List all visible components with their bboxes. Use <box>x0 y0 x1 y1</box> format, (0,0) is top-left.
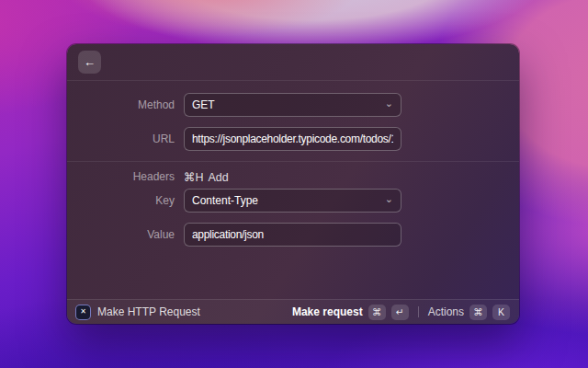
headers-row: Headers ⌘HAdd <box>67 169 519 184</box>
url-label: URL <box>67 132 175 145</box>
add-header-button[interactable]: ⌘HAdd <box>184 170 229 184</box>
method-select[interactable]: GET ⌄ <box>184 93 401 117</box>
chevron-down-icon: ⌄ <box>385 98 393 109</box>
key-selected-value: Content-Type <box>192 194 258 207</box>
headers-label: Headers <box>67 170 175 183</box>
cmd-key-icon: ⌘ <box>368 305 386 320</box>
value-label: Value <box>67 228 175 241</box>
action-bar: ✕ Make HTTP Request Make request ⌘ ↵ Act… <box>67 299 519 324</box>
actions-button[interactable]: Actions ⌘ K <box>428 305 510 320</box>
extension-chip: ✕ Make HTTP Request <box>76 305 200 319</box>
header-value-input[interactable] <box>184 223 401 247</box>
cmd-key-icon: ⌘ <box>469 305 487 320</box>
request-form: Method GET ⌄ URL Headers ⌘HAdd Key Conte… <box>67 81 519 247</box>
return-key-icon: ↵ <box>391 305 409 320</box>
add-header-shortcut: ⌘H <box>184 171 204 184</box>
back-button[interactable]: ← <box>78 51 101 74</box>
header-key-row: Key Content-Type ⌄ <box>67 189 519 213</box>
extension-icon-glyph: ✕ <box>80 308 86 316</box>
footer-divider <box>418 306 419 317</box>
url-input[interactable] <box>184 127 401 151</box>
window-header: ← <box>67 44 519 81</box>
http-request-window: ← Method GET ⌄ URL Headers ⌘HAdd Key Con… <box>67 44 519 324</box>
method-selected-value: GET <box>192 98 215 111</box>
add-header-label: Add <box>209 171 229 184</box>
chevron-down-icon: ⌄ <box>385 194 393 204</box>
key-label: Key <box>67 194 175 207</box>
method-row: Method GET ⌄ <box>67 93 519 117</box>
extension-name: Make HTTP Request <box>97 305 200 318</box>
actions-label: Actions <box>428 305 464 318</box>
section-divider <box>67 161 519 162</box>
k-key-icon: K <box>492 305 510 320</box>
url-row: URL <box>67 127 519 151</box>
header-key-select[interactable]: Content-Type ⌄ <box>184 189 401 213</box>
extension-icon: ✕ <box>76 305 90 319</box>
make-request-label: Make request <box>292 305 363 318</box>
footer-actions: Make request ⌘ ↵ Actions ⌘ K <box>292 305 510 320</box>
make-request-button[interactable]: Make request ⌘ ↵ <box>292 305 409 320</box>
back-arrow-icon: ← <box>84 55 96 69</box>
method-label: Method <box>67 98 175 111</box>
header-value-row: Value <box>67 223 519 247</box>
